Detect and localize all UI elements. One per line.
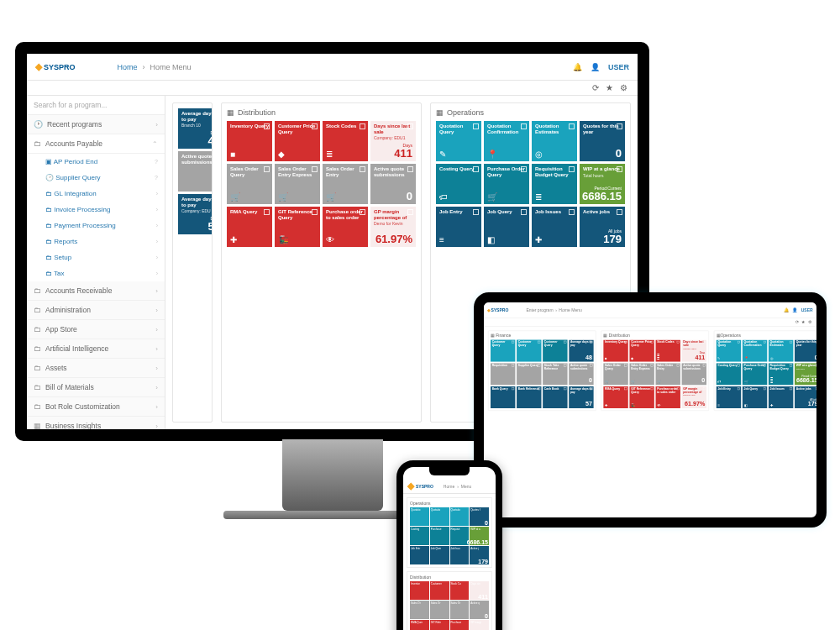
- dashboard-tile[interactable]: Active quote submissions0: [370, 164, 416, 204]
- dashboard-tile[interactable]: Job Entry≡: [436, 207, 481, 247]
- dashboard-tile[interactable]: Average days to pay48: [569, 340, 593, 362]
- dashboard-tile[interactable]: Customer Price Query◆: [629, 340, 654, 362]
- dashboard-tile[interactable]: GIT Reference Query🚂: [275, 207, 320, 247]
- dashboard-tile[interactable]: Job Entr: [410, 546, 429, 564]
- dashboard-tile[interactable]: Sales Or: [410, 601, 429, 619]
- dashboard-tile[interactable]: GIT Refe: [430, 620, 449, 630]
- dashboard-tile[interactable]: Customer Query: [517, 340, 541, 362]
- dashboard-tile[interactable]: Purchase order to sales order👁: [656, 386, 680, 408]
- brand-logo[interactable]: ◆SYSPRO: [487, 307, 508, 312]
- dashboard-tile[interactable]: Inventor: [410, 581, 429, 600]
- dashboard-tile[interactable]: WIP at a glanceTotal hoursPeriod:Current…: [795, 363, 816, 385]
- star-icon[interactable]: ★: [606, 83, 613, 92]
- dashboard-tile[interactable]: Customer: [430, 581, 449, 600]
- sidebar-sub-item[interactable]: 🗀 Invoice Processing›: [27, 202, 165, 218]
- dashboard-tile[interactable]: Customer Query: [491, 340, 515, 362]
- dashboard-tile[interactable]: Days since last saleCompany: EDU1Days411: [682, 340, 706, 362]
- sidebar-sub-item[interactable]: 🗀 Payment Processing›: [27, 218, 165, 234]
- dashboard-tile[interactable]: Active jobsAll jobs179: [795, 386, 816, 408]
- sidebar-item[interactable]: 🗀Bill of Materials›: [27, 378, 165, 397]
- bell-icon[interactable]: 🔔: [784, 307, 789, 312]
- sidebar-sub-item[interactable]: 🗀 GL Integration›: [27, 186, 165, 202]
- dashboard-tile[interactable]: Active quote submissions0: [682, 363, 706, 385]
- dashboard-tile[interactable]: Stock Codes≣: [656, 340, 680, 362]
- bell-icon[interactable]: 🔔: [573, 63, 582, 71]
- sidebar-accounts-payable[interactable]: 🗀Accounts Payable⌃: [27, 134, 165, 154]
- dashboard-tile[interactable]: Job Issu: [450, 546, 470, 564]
- dashboard-tile[interactable]: GP margin percentage ofDemo for Kevin61.…: [370, 207, 416, 247]
- dashboard-tile[interactable]: Quotatio: [410, 507, 429, 526]
- dashboard-tile[interactable]: Stock Codes≣: [323, 121, 368, 161]
- sidebar-item[interactable]: 🗀App Store›: [27, 320, 165, 339]
- dashboard-tile[interactable]: Average days to payCompany: EDUDays57: [178, 194, 213, 234]
- dashboard-tile[interactable]: Quotes for this year0: [795, 340, 816, 362]
- dashboard-tile[interactable]: Sales Or: [450, 601, 470, 619]
- dashboard-tile[interactable]: Sales Order Entry Express🛒: [629, 363, 654, 385]
- dashboard-tile[interactable]: Active q0: [470, 601, 489, 619]
- dashboard-tile[interactable]: Quotation Confirmation📍: [743, 340, 767, 362]
- dashboard-tile[interactable]: WIP at a glanceTotal hoursPeriod:Current…: [580, 164, 625, 204]
- dashboard-tile[interactable]: Requisition Budget Query≣: [532, 164, 577, 204]
- dashboard-tile[interactable]: Sales Or: [430, 601, 449, 619]
- dashboard-tile[interactable]: Job Issues✚: [769, 386, 793, 408]
- sidebar-sub-item[interactable]: 🗀 Setup›: [27, 249, 165, 265]
- dashboard-tile[interactable]: Costing: [410, 527, 429, 545]
- dashboard-tile[interactable]: Purchase Order Query🛒: [743, 363, 767, 385]
- dashboard-tile[interactable]: Job Issues✚: [532, 207, 577, 247]
- dashboard-tile[interactable]: Average days to payBranch 10Days48: [178, 108, 213, 149]
- dashboard-tile[interactable]: Inventory Query■: [603, 340, 627, 362]
- user-icon[interactable]: 👤: [591, 63, 600, 71]
- sidebar-sub-item[interactable]: ▣ AP Period End?: [27, 154, 165, 170]
- dashboard-tile[interactable]: Active j179: [470, 546, 489, 564]
- dashboard-tile[interactable]: Quotation Confirmation📍: [484, 121, 529, 161]
- sidebar-item[interactable]: ▦Business Insights›: [27, 417, 165, 429]
- dashboard-tile[interactable]: Active jobsAll jobs179: [580, 207, 625, 247]
- dashboard-tile[interactable]: Quotation Query✎: [717, 340, 741, 362]
- dashboard-tile[interactable]: Active quote submissions0: [178, 151, 213, 192]
- dashboard-tile[interactable]: Quotes f0: [470, 507, 489, 526]
- refresh-icon[interactable]: ⟳: [795, 319, 799, 324]
- dashboard-tile[interactable]: Sales Order Entry🛒: [656, 363, 680, 385]
- help-icon[interactable]: ?: [155, 175, 158, 181]
- sidebar-sub-item[interactable]: 🗀 Tax›: [27, 265, 165, 281]
- dashboard-tile[interactable]: Customer Query: [543, 340, 567, 362]
- sidebar-item[interactable]: 🗀Accounts Receivable›: [27, 281, 165, 301]
- dashboard-tile[interactable]: Purchase: [430, 527, 449, 545]
- dashboard-tile[interactable]: Quotation Estimates◎: [532, 121, 577, 161]
- dashboard-tile[interactable]: GP margi61.97%: [470, 620, 489, 630]
- dashboard-tile[interactable]: Sales Order Entry Express🛒: [275, 164, 320, 204]
- dashboard-tile[interactable]: Inventory Query■: [227, 121, 272, 161]
- dashboard-tile[interactable]: Quotation Estimates◎: [769, 340, 793, 362]
- dashboard-tile[interactable]: Sales Order Entry🛒: [323, 164, 368, 204]
- dashboard-tile[interactable]: RMA Query✚: [603, 386, 627, 408]
- dashboard-tile[interactable]: Active quote submissions0: [569, 363, 593, 385]
- dashboard-tile[interactable]: Quotatio: [430, 507, 449, 526]
- dashboard-tile[interactable]: Stock Take Reference: [543, 363, 567, 385]
- dashboard-tile[interactable]: Days since last saleCompany: EDU1Days411: [370, 121, 416, 161]
- sidebar-item[interactable]: 🗀Assets›: [27, 359, 165, 378]
- dashboard-tile[interactable]: Bank Reference: [517, 386, 541, 408]
- dashboard-tile[interactable]: Purchase: [450, 620, 470, 630]
- dashboard-tile[interactable]: Customer Price Query◆: [275, 121, 320, 161]
- dashboard-tile[interactable]: Cash Book: [543, 386, 567, 408]
- sidebar-sub-item[interactable]: 🕑 Supplier Query?: [27, 170, 165, 186]
- dashboard-tile[interactable]: Costing Query🏷: [436, 164, 481, 204]
- sidebar-item[interactable]: 🗀Administration›: [27, 301, 165, 320]
- user-label[interactable]: USER: [608, 63, 629, 71]
- dashboard-tile[interactable]: Requisition Budget Query≣: [769, 363, 793, 385]
- dashboard-tile[interactable]: GIT Reference Query🚂: [629, 386, 654, 408]
- dashboard-tile[interactable]: WIP at a6686.15: [470, 527, 489, 545]
- dashboard-tile[interactable]: Quotatio: [450, 507, 470, 526]
- brand-logo[interactable]: ◆SYSPRO: [35, 61, 76, 72]
- dashboard-tile[interactable]: Sales Order Query🛒: [227, 164, 272, 204]
- user-icon[interactable]: 👤: [792, 307, 797, 312]
- star-icon[interactable]: ★: [801, 319, 806, 324]
- dashboard-tile[interactable]: RMA Query✚: [227, 207, 272, 247]
- help-icon[interactable]: ?: [155, 159, 158, 165]
- dashboard-tile[interactable]: Supplier Query: [517, 363, 541, 385]
- dashboard-tile[interactable]: RMA Quer: [410, 620, 429, 630]
- dashboard-tile[interactable]: Quotation Query✎: [436, 121, 481, 161]
- dashboard-tile[interactable]: Purchase order to sales order👁: [323, 207, 368, 247]
- dashboard-tile[interactable]: Costing Query🏷: [717, 363, 741, 385]
- dashboard-tile[interactable]: Sales Order Query🛒: [603, 363, 627, 385]
